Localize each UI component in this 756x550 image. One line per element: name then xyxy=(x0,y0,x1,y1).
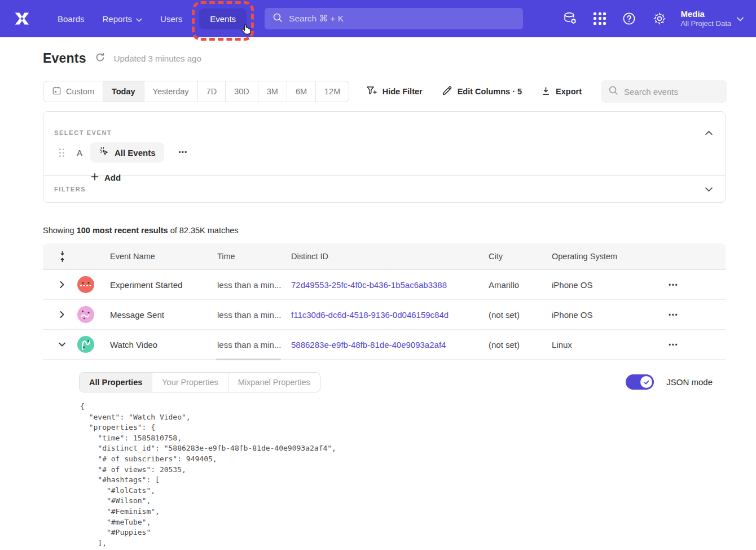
date-range-3m[interactable]: 3M xyxy=(258,81,287,102)
row-actions-button[interactable]: ••• xyxy=(669,311,678,319)
event-avatar xyxy=(77,306,94,323)
hand-cursor-icon xyxy=(240,24,253,40)
os-cell: Linux xyxy=(552,340,669,350)
plus-icon xyxy=(91,173,99,182)
page-title: Events xyxy=(43,51,86,66)
filter-funnel-icon xyxy=(366,85,377,98)
project-switcher[interactable]: Media All Project Data xyxy=(680,8,744,29)
event-name-cell: Watch Video xyxy=(110,340,217,350)
os-cell: iPhone OS xyxy=(552,280,669,290)
table-row-expanded: Watch Video less than a min... 5886283e-… xyxy=(43,330,726,360)
row-actions-button[interactable]: ••• xyxy=(669,281,678,289)
date-range-control: Custom Today Yesterday 7D 30D 3M 6M 12M xyxy=(43,81,349,102)
event-avatar xyxy=(77,336,94,353)
table-row: Experiment Started less than a min... 72… xyxy=(43,270,726,300)
top-nav: Boards Reports Users Events xyxy=(0,0,756,37)
city-cell: Amarillo xyxy=(489,280,552,290)
expand-row-chevron-right-icon[interactable] xyxy=(54,281,70,289)
date-range-7d[interactable]: 7D xyxy=(197,81,226,102)
time-cell: less than a min... xyxy=(217,310,291,320)
city-cell: (not set) xyxy=(489,340,552,350)
properties-tabs: All Properties Your Properties Mixpanel … xyxy=(79,372,320,392)
select-event-label: SELECT EVENT xyxy=(54,129,112,136)
results-summary: Showing 100 most recent results of 82.35… xyxy=(43,226,239,235)
distinct-id-link[interactable]: 5886283e-e9fb-48fb-81de-40e9093a2af4 xyxy=(291,340,446,350)
nav-item-users[interactable]: Users xyxy=(151,8,191,29)
collapse-chevron-up-icon[interactable] xyxy=(705,128,713,138)
city-cell: (not set) xyxy=(489,310,552,320)
tab-your-properties[interactable]: Your Properties xyxy=(152,373,227,392)
distinct-id-link[interactable]: f11c30d6-dc6d-4518-9136-0d046159c84d xyxy=(291,310,449,320)
date-range-12m[interactable]: 12M xyxy=(315,81,349,102)
event-detail-panel: All Properties Your Properties Mixpanel … xyxy=(43,360,726,392)
edit-columns-button[interactable]: Edit Columns · 5 xyxy=(442,85,522,98)
search-icon xyxy=(608,85,618,98)
event-json-viewer[interactable]: { "event": "Watch Video", "properties": … xyxy=(80,401,726,548)
toggle-check-icon xyxy=(640,376,652,388)
last-updated-text: Updated 3 minutes ago xyxy=(114,54,201,63)
tab-all-properties[interactable]: All Properties xyxy=(80,373,152,392)
tab-mixpanel-properties[interactable]: Mixpanel Properties xyxy=(228,373,320,392)
search-events-field[interactable] xyxy=(601,80,727,103)
apps-grid-icon[interactable] xyxy=(594,12,606,25)
settings-gear-icon[interactable] xyxy=(652,11,667,26)
column-header-event-name[interactable]: Event Name xyxy=(110,252,217,261)
download-icon xyxy=(541,86,551,98)
distinct-id-cell: f11c30d6-dc6d-4518-9136-0d046159c84d xyxy=(291,310,489,320)
export-button[interactable]: Export xyxy=(541,86,582,98)
events-table: Event Name Time Distinct ID City Operati… xyxy=(43,243,726,548)
query-builder-card: SELECT EVENT A All Events ••• Add FILTER… xyxy=(43,111,726,203)
nav-items: Boards Reports Users Events xyxy=(49,8,247,29)
event-row-letter: A xyxy=(77,148,90,158)
data-management-icon[interactable] xyxy=(562,11,578,26)
expand-row-chevron-right-icon[interactable] xyxy=(54,311,70,318)
time-cell: less than a min... xyxy=(217,280,291,290)
json-mode-label: JSON mode xyxy=(666,377,713,387)
column-header-time[interactable]: Time xyxy=(217,252,291,261)
table-header: Event Name Time Distinct ID City Operati… xyxy=(43,243,726,270)
global-search[interactable] xyxy=(265,8,523,29)
mixpanel-logo-icon[interactable] xyxy=(11,10,33,27)
date-range-6m[interactable]: 6M xyxy=(287,81,315,102)
drag-handle[interactable] xyxy=(59,149,64,157)
project-name: Media xyxy=(680,8,731,20)
json-mode-toggle[interactable] xyxy=(626,374,654,390)
refresh-icon[interactable] xyxy=(95,52,106,65)
event-name-cell: Experiment Started xyxy=(110,280,217,290)
event-name-cell: Message Sent xyxy=(110,310,217,320)
os-cell: iPhone OS xyxy=(552,310,669,320)
date-range-custom[interactable]: Custom xyxy=(43,81,103,102)
global-search-input[interactable] xyxy=(289,14,515,24)
search-icon xyxy=(272,12,283,25)
event-avatar xyxy=(77,276,94,293)
pencil-icon xyxy=(442,85,452,98)
column-header-os[interactable]: Operating System xyxy=(552,252,669,261)
date-range-30d[interactable]: 30D xyxy=(225,81,258,102)
filters-label: FILTERS xyxy=(54,186,86,193)
date-range-yesterday[interactable]: Yesterday xyxy=(144,81,197,102)
expand-chevron-down-icon[interactable] xyxy=(705,184,713,194)
event-more-button[interactable]: ••• xyxy=(179,149,188,156)
column-header-city[interactable]: City xyxy=(489,252,552,261)
date-range-today[interactable]: Today xyxy=(103,81,144,102)
nav-item-reports[interactable]: Reports xyxy=(94,8,152,29)
calendar-icon xyxy=(52,86,61,97)
time-cell: less than a min... xyxy=(217,340,291,350)
project-subtitle: All Project Data xyxy=(680,19,731,29)
table-row: Message Sent less than a min... f11c30d6… xyxy=(43,300,726,330)
collapse-row-chevron-down-icon[interactable] xyxy=(54,342,70,347)
horizontal-scrollbar-thumb[interactable] xyxy=(216,359,281,360)
search-events-input[interactable] xyxy=(624,87,736,97)
distinct-id-cell: 5886283e-e9fb-48fb-81de-40e9093a2af4 xyxy=(291,340,489,350)
sort-order-icon[interactable] xyxy=(58,250,67,265)
select-event-section: SELECT EVENT A All Events ••• Add xyxy=(43,112,725,175)
help-icon[interactable] xyxy=(622,11,636,26)
distinct-id-link[interactable]: 72d49553-25fc-4f0c-b436-1b5ac6ab3388 xyxy=(291,280,447,290)
nav-item-boards[interactable]: Boards xyxy=(49,8,94,29)
event-selector-button[interactable]: All Events xyxy=(90,142,164,163)
event-sparkle-cursor-icon xyxy=(99,146,109,159)
row-actions-button[interactable]: ••• xyxy=(669,341,678,349)
add-event-button[interactable]: Add xyxy=(91,173,725,182)
column-header-distinct-id[interactable]: Distinct ID xyxy=(291,252,489,261)
hide-filter-button[interactable]: Hide Filter xyxy=(366,85,423,98)
